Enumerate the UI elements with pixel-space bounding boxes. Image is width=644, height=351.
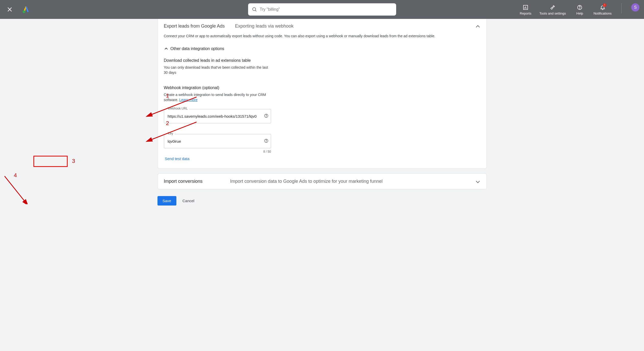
export-leads-card: Export leads from Google Ads Exporting l… xyxy=(157,19,487,169)
import-desc: Import conversion data to Google Ads to … xyxy=(230,179,383,184)
save-button[interactable]: Save xyxy=(157,196,176,205)
download-heading: Download collected leads in ad extension… xyxy=(164,58,480,63)
svg-line-4 xyxy=(255,10,256,11)
webhook-key-field: Key xyxy=(164,134,271,148)
help-icon xyxy=(577,5,582,10)
reports-icon xyxy=(523,5,528,10)
svg-point-14 xyxy=(266,142,266,142)
chevron-up-icon xyxy=(164,46,168,51)
collapse-toggle[interactable] xyxy=(475,23,481,30)
webhook-url-label: Webhook URL xyxy=(166,107,189,110)
nav-tools[interactable]: Tools and settings xyxy=(539,3,566,16)
other-options-label: Other data integration options xyxy=(171,46,224,51)
svg-point-12 xyxy=(266,117,266,117)
import-title: Import conversions xyxy=(164,179,230,184)
nav-help[interactable]: Help xyxy=(573,3,586,16)
expand-toggle[interactable] xyxy=(475,179,481,186)
webhook-key-label: Key xyxy=(166,132,175,135)
close-icon xyxy=(7,7,13,12)
divider xyxy=(621,3,622,14)
google-ads-logo xyxy=(21,5,31,14)
notification-badge: ! xyxy=(603,3,606,7)
download-desc: You can only download leads that've been… xyxy=(164,65,271,75)
wrench-icon xyxy=(550,5,555,10)
avatar-letter: S xyxy=(634,5,637,10)
search-icon xyxy=(252,7,257,12)
nav-notifications-label: Notifications xyxy=(593,11,612,16)
annotation-arrow-4 xyxy=(2,174,30,204)
nav-reports[interactable]: Reports xyxy=(519,3,532,16)
chevron-down-icon xyxy=(475,179,481,185)
close-button[interactable] xyxy=(5,4,15,15)
svg-point-10 xyxy=(579,8,580,9)
cancel-button[interactable]: Cancel xyxy=(183,199,195,203)
webhook-url-field: Webhook URL xyxy=(164,109,271,123)
webhook-key-help[interactable] xyxy=(264,139,269,144)
avatar[interactable]: S xyxy=(631,3,639,11)
webhook-desc: Create a webhook integration to send lea… xyxy=(164,92,271,103)
other-options-toggle[interactable]: Other data integration options xyxy=(164,46,480,51)
help-circle-icon xyxy=(264,139,269,143)
annotation-number-3: 3 xyxy=(72,158,75,164)
annotation-number-4: 4 xyxy=(14,172,17,179)
key-char-count: 8 / 50 xyxy=(164,150,271,153)
webhook-key-input[interactable] xyxy=(164,134,271,148)
send-test-data-link[interactable]: Send test data xyxy=(164,155,191,162)
search-input[interactable] xyxy=(260,7,393,12)
webhook-url-help[interactable] xyxy=(264,114,269,119)
export-subtitle: Exporting leads via webhook xyxy=(235,23,294,29)
webhook-url-input[interactable] xyxy=(164,109,271,123)
export-description: Connect your CRM or app to automatically… xyxy=(164,33,480,39)
nav-reports-label: Reports xyxy=(520,11,531,16)
chevron-up-icon xyxy=(475,23,481,30)
annotation-box-3 xyxy=(33,156,68,167)
search-box[interactable] xyxy=(248,3,396,16)
nav-tools-label: Tools and settings xyxy=(539,11,566,16)
learn-more-link[interactable]: Learn more xyxy=(179,98,198,102)
svg-point-2 xyxy=(23,10,26,13)
nav-help-label: Help xyxy=(576,11,583,16)
export-title: Export leads from Google Ads xyxy=(164,23,225,29)
nav-notifications[interactable]: ! Notifications xyxy=(593,3,612,16)
import-conversions-card[interactable]: Import conversions Import conversion dat… xyxy=(157,173,487,189)
svg-point-3 xyxy=(252,8,256,11)
help-circle-icon xyxy=(264,114,269,118)
webhook-heading: Webhook integration (optional) xyxy=(164,86,480,90)
svg-line-17 xyxy=(5,176,25,202)
